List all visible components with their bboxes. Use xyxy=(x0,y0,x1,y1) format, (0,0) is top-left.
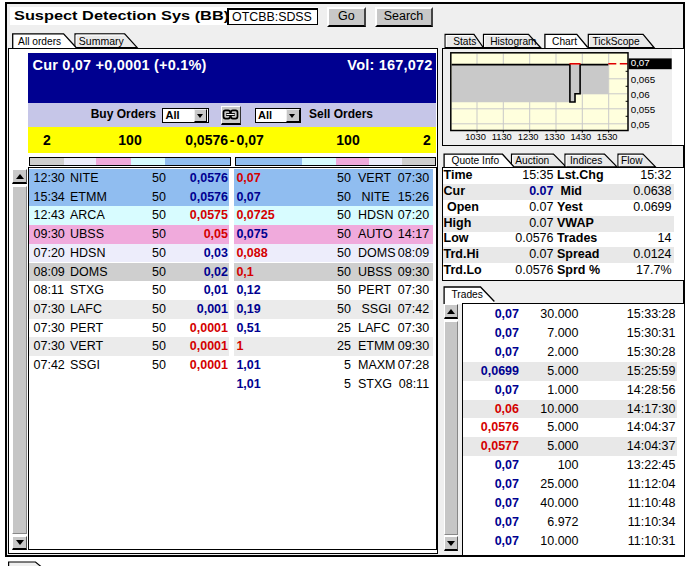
svg-text:1130: 1130 xyxy=(492,132,512,142)
svg-text:Summary: Summary xyxy=(79,35,125,47)
svg-text:0,05: 0,05 xyxy=(631,119,651,130)
svg-text:1330: 1330 xyxy=(544,132,565,142)
svg-text:1230: 1230 xyxy=(518,132,539,142)
svg-text:0,055: 0,055 xyxy=(631,104,656,115)
svg-text:Indices: Indices xyxy=(570,155,602,166)
svg-text:1430: 1430 xyxy=(570,132,591,142)
svg-text:1530: 1530 xyxy=(597,132,618,142)
svg-text:Histogram: Histogram xyxy=(490,36,536,47)
svg-text:Stats: Stats xyxy=(453,36,476,47)
svg-text:Auction: Auction xyxy=(515,155,549,166)
svg-text:1030: 1030 xyxy=(465,132,486,142)
svg-text:Trades: Trades xyxy=(451,289,482,300)
svg-text:All orders: All orders xyxy=(18,36,61,47)
svg-text:Chart: Chart xyxy=(552,36,577,47)
svg-text:Flow: Flow xyxy=(621,155,643,166)
svg-text:0,07: 0,07 xyxy=(631,57,650,68)
svg-text:TickScope: TickScope xyxy=(592,36,640,47)
svg-text:0,065: 0,065 xyxy=(631,74,656,85)
svg-text:Quote Info: Quote Info xyxy=(451,155,499,166)
svg-text:0,06: 0,06 xyxy=(631,89,651,100)
